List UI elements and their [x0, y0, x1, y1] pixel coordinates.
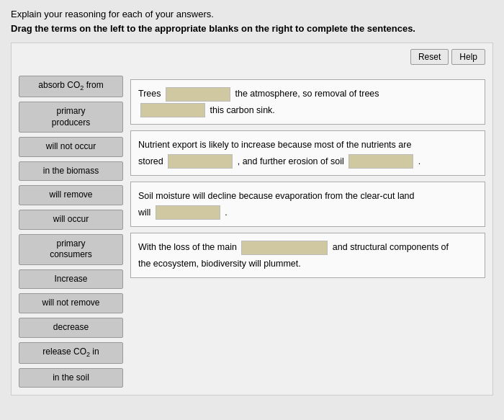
- top-buttons: Reset Help: [410, 49, 485, 65]
- sentence-box-3: Soil moisture will decline because evapo…: [130, 182, 485, 227]
- sentence-2-text-3: , and further erosion of soil: [238, 156, 346, 166]
- term-in-the-soil[interactable]: in the soil: [19, 368, 123, 388]
- sentence-box-2: Nutrient export is likely to increase be…: [130, 130, 485, 176]
- sentence-2-text-1: Nutrient export is likely to increase be…: [138, 140, 411, 150]
- term-decrease[interactable]: decrease: [19, 318, 123, 338]
- sentence-box-4: With the loss of the main and structural…: [130, 233, 485, 278]
- sentence-3-text-1: Soil moisture will decline because evapo…: [138, 191, 415, 201]
- sentence-4-text-3: the ecosystem, biodiversity will plummet…: [138, 259, 301, 269]
- sentence-4-text-2: and structural components of: [333, 242, 449, 252]
- blank-3-1[interactable]: [156, 205, 220, 220]
- sentence-4-text-1: With the loss of the main: [138, 242, 239, 252]
- blank-1-1[interactable]: [166, 87, 230, 102]
- sentence-1-text-1: Trees: [138, 89, 163, 99]
- reset-button[interactable]: Reset: [410, 49, 449, 65]
- sentence-2-text-2: stored: [138, 156, 166, 166]
- term-increase[interactable]: Increase: [19, 269, 123, 290]
- term-primary-consumers[interactable]: primaryconsumers: [19, 234, 123, 265]
- term-will-occur[interactable]: will occur: [19, 210, 123, 230]
- sentence-box-1: Trees the atmosphere, so removal of tree…: [130, 79, 485, 125]
- left-panel: absorb CO2 from primaryproducers will no…: [19, 50, 123, 388]
- instructions: Explain your reasoning for each of your …: [11, 7, 493, 35]
- term-absorb-co2[interactable]: absorb CO2 from: [19, 76, 123, 97]
- main-area: Reset Help absorb CO2 from primaryproduc…: [11, 43, 493, 396]
- blank-2-1[interactable]: [168, 154, 233, 169]
- blank-2-2[interactable]: [348, 154, 413, 169]
- term-release-co2-in[interactable]: release CO2 in: [19, 342, 123, 364]
- blank-4-1[interactable]: [241, 241, 328, 255]
- instruction-line1: Explain your reasoning for each of your …: [11, 7, 493, 22]
- term-primary-producers[interactable]: primaryproducers: [19, 102, 123, 133]
- term-will-not-occur[interactable]: will not occur: [19, 137, 123, 157]
- help-button[interactable]: Help: [451, 49, 485, 65]
- term-will-remove[interactable]: will remove: [19, 185, 123, 205]
- sentence-1-text-2: the atmosphere, so removal of trees: [235, 89, 379, 99]
- sentence-3-text-3: .: [225, 207, 227, 218]
- instruction-line2: Drag the terms on the left to the approp…: [11, 22, 493, 36]
- sentence-2-text-4: .: [418, 156, 420, 166]
- term-in-the-biomass[interactable]: in the biomass: [19, 161, 123, 182]
- right-panel: Trees the atmosphere, so removal of tree…: [130, 50, 485, 388]
- term-will-not-remove[interactable]: will not remove: [19, 293, 123, 313]
- sentence-3-text-2: will: [138, 207, 153, 218]
- sentence-1-text-3: this carbon sink.: [210, 105, 274, 115]
- blank-1-2[interactable]: [140, 103, 205, 117]
